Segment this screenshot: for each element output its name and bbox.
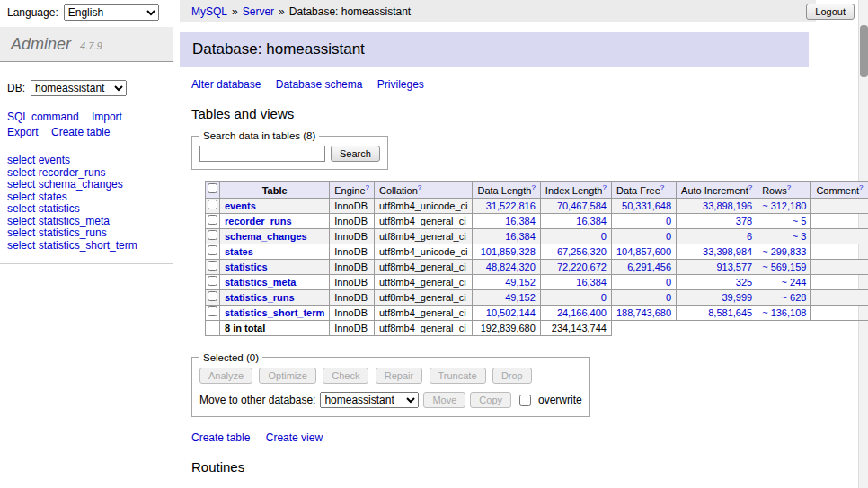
index-length-link[interactable]: 16,384 [576,277,607,288]
overwrite-checkbox[interactable] [519,395,531,406]
rows-count-link[interactable]: ~ 628 [782,292,807,303]
table-name-link[interactable]: statistics_meta [225,277,297,288]
row-checkbox[interactable] [208,245,217,255]
data-length-link[interactable]: 101,859,328 [481,246,536,257]
auto-increment-link[interactable]: 39,999 [722,292,753,303]
help-link[interactable]: ? [748,183,752,191]
rows-count-link[interactable]: ~ 569,159 [762,262,806,272]
sidebar-table-link[interactable]: select statistics_runs [7,227,173,240]
index-length-link[interactable]: 72,220,672 [557,262,607,272]
rows-count-link[interactable]: ~ 312,180 [762,200,806,211]
help-link[interactable]: ? [531,183,535,191]
help-link[interactable]: ? [859,183,863,191]
logout-button[interactable]: Logout [806,4,855,20]
auto-increment-link[interactable]: 8,581,645 [708,307,752,318]
table-name-link[interactable]: statistics_short_term [225,307,324,318]
create-view-link[interactable]: Create view [266,431,323,444]
auto-increment-link[interactable]: 33,898,196 [703,200,752,211]
move-database-select[interactable]: homeassistant [320,392,419,408]
sidebar-table-link[interactable]: select statistics [7,203,173,216]
index-length-link[interactable]: 0 [601,292,607,303]
data-free-link[interactable]: 50,331,648 [622,200,671,211]
sidebar-table-link[interactable]: select statistics_short_term [7,240,173,253]
bulk-action-button[interactable]: Optimize [259,368,315,384]
rows-count-link[interactable]: ~ 3 [793,231,807,242]
sidebar-table-link[interactable]: select recorder_runs [7,167,173,180]
table-name-link[interactable]: events [225,200,256,211]
data-free-link[interactable]: 6,291,456 [627,262,671,272]
rows-count-link[interactable]: ~ 5 [793,216,807,226]
sidebar-link-create-table[interactable]: Create table [51,126,110,138]
help-link[interactable]: ? [602,183,606,191]
bulk-action-button[interactable]: Drop [492,368,532,384]
index-length-link[interactable]: 16,384 [576,216,607,226]
auto-increment-link[interactable]: 33,398,984 [703,246,752,257]
alter-database-link[interactable]: Alter database [191,78,261,91]
table-name-link[interactable]: schema_changes [225,231,307,242]
table-name-link[interactable]: recorder_runs [225,216,292,226]
data-free-link[interactable]: 0 [666,231,671,242]
auto-increment-link[interactable]: 378 [736,216,752,226]
table-name-link[interactable]: states [225,246,253,257]
bulk-action-button[interactable]: Repair [376,368,422,384]
db-select[interactable]: homeassistant [31,80,127,96]
data-length-link[interactable]: 16,384 [505,231,536,242]
auto-increment-link[interactable]: 325 [736,277,752,288]
row-checkbox[interactable] [208,215,217,225]
data-free-link[interactable]: 0 [666,292,671,303]
row-checkbox[interactable] [208,200,217,209]
breadcrumb-link-mysql[interactable]: MySQL [191,5,227,18]
auto-increment-link[interactable]: 913,577 [716,262,752,272]
row-checkbox[interactable] [208,306,217,316]
breadcrumb-link-server[interactable]: Server [243,5,274,18]
data-length-link[interactable]: 10,502,144 [486,307,536,318]
privileges-link[interactable]: Privileges [377,78,424,91]
copy-button[interactable]: Copy [470,392,511,408]
sidebar-table-link[interactable]: select statistics_meta [7,216,173,228]
language-select[interactable]: English [64,4,159,21]
index-length-link[interactable]: 0 [601,231,607,242]
data-length-link[interactable]: 16,384 [505,216,536,226]
data-length-link[interactable]: 31,522,816 [486,200,536,211]
index-length-link[interactable]: 24,166,400 [557,307,607,318]
data-free-link[interactable]: 188,743,680 [616,307,671,318]
move-button[interactable]: Move [423,392,465,408]
bulk-action-button[interactable]: Analyze [199,368,252,384]
row-checkbox[interactable] [208,230,217,240]
rows-count-link[interactable]: ~ 244 [782,277,807,288]
create-table-link[interactable]: Create table [191,431,250,444]
sidebar-link-import[interactable]: Import [92,111,122,123]
table-name-link[interactable]: statistics [225,262,268,272]
search-input[interactable] [199,146,325,162]
data-length-link[interactable]: 49,152 [505,277,536,288]
index-length-link[interactable]: 70,467,584 [557,200,607,211]
sidebar-link-sql-command[interactable]: SQL command [7,111,79,123]
sidebar-table-link[interactable]: select events [7,155,173,167]
table-name-link[interactable]: statistics_runs [225,292,295,303]
data-free-link[interactable]: 0 [666,277,671,288]
rows-count-link[interactable]: ~ 299,833 [762,246,806,257]
database-schema-link[interactable]: Database schema [276,78,363,91]
help-link[interactable]: ? [418,183,421,191]
scrollbar-thumb[interactable] [860,25,868,77]
auto-increment-link[interactable]: 6 [747,231,752,242]
rows-count-link[interactable]: ~ 136,108 [762,307,806,318]
data-length-link[interactable]: 49,152 [505,292,536,303]
select-all-checkbox[interactable] [208,183,217,193]
help-link[interactable]: ? [660,183,664,191]
row-checkbox[interactable] [208,291,217,301]
search-button[interactable]: Search [331,146,380,162]
data-free-link[interactable]: 0 [666,216,671,226]
bulk-action-button[interactable]: Truncate [430,368,486,384]
sidebar-link-export[interactable]: Export [7,126,39,138]
sidebar-table-link[interactable]: select schema_changes [7,179,173,191]
bulk-action-button[interactable]: Check [323,368,368,384]
help-link[interactable]: ? [787,183,791,191]
help-link[interactable]: ? [366,183,369,191]
row-checkbox[interactable] [208,261,217,271]
data-free-link[interactable]: 104,857,600 [616,246,671,257]
data-length-link[interactable]: 48,824,320 [486,262,536,272]
row-checkbox[interactable] [208,276,217,286]
sidebar-table-link[interactable]: select states [7,191,173,204]
index-length-link[interactable]: 67,256,320 [557,246,607,257]
